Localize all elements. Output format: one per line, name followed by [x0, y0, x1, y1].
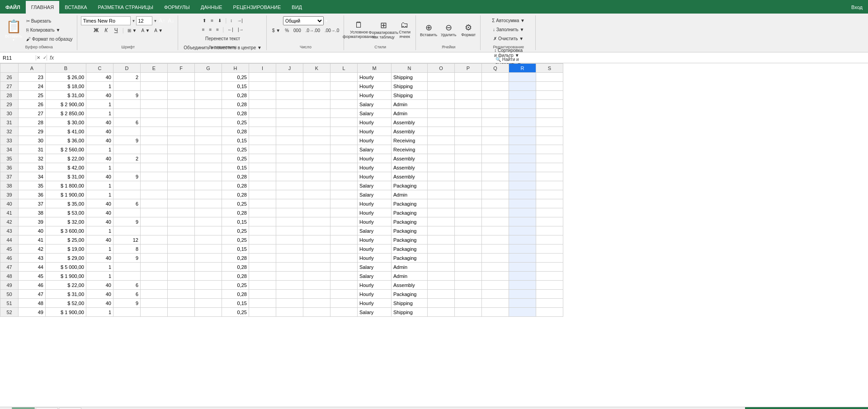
row-number[interactable]: 38	[0, 181, 19, 190]
cell-p27[interactable]	[455, 82, 482, 91]
cell-a38[interactable]: 35	[19, 181, 46, 190]
tab-home[interactable]: ГЛАВНАЯ	[26, 1, 59, 14]
conditional-formatting-button[interactable]: 🗒 Условноеформатирование	[348, 19, 370, 41]
cell-q27[interactable]	[482, 82, 509, 91]
cell-r37[interactable]	[509, 172, 536, 181]
cell-k26[interactable]	[303, 73, 330, 82]
cell-n50[interactable]: Packaging	[392, 290, 428, 299]
cell-f48[interactable]	[168, 272, 195, 281]
cell-h41[interactable]: 0,28	[222, 208, 249, 217]
cell-f42[interactable]	[168, 217, 195, 226]
cell-s34[interactable]	[536, 145, 563, 154]
cell-q48[interactable]	[482, 272, 509, 281]
col-header-h[interactable]: H	[222, 64, 249, 73]
cell-f51[interactable]	[168, 299, 195, 308]
cell-o37[interactable]	[428, 172, 455, 181]
cell-c46[interactable]: 40	[86, 254, 113, 263]
cell-q46[interactable]	[482, 254, 509, 263]
cell-a39[interactable]: 36	[19, 190, 46, 199]
tab-data[interactable]: ДАННЫЕ	[195, 1, 228, 14]
cell-n51[interactable]: Shipping	[392, 299, 428, 308]
cell-o40[interactable]	[428, 199, 455, 208]
cell-j42[interactable]	[276, 217, 303, 226]
cell-d35[interactable]: 2	[113, 154, 141, 163]
cell-a27[interactable]: 24	[19, 82, 46, 91]
cell-m29[interactable]: Salary	[358, 100, 392, 109]
cell-e36[interactable]	[141, 163, 168, 172]
cell-e28[interactable]	[141, 91, 168, 100]
cell-r46[interactable]	[509, 254, 536, 263]
cell-k37[interactable]	[303, 172, 330, 181]
cell-i31[interactable]	[249, 118, 276, 127]
cell-a48[interactable]: 45	[19, 272, 46, 281]
cell-s39[interactable]	[536, 190, 563, 199]
cell-m38[interactable]: Salary	[358, 181, 392, 190]
cell-e47[interactable]	[141, 263, 168, 272]
cell-g44[interactable]	[195, 235, 222, 244]
row-number[interactable]: 51	[0, 299, 19, 308]
align-center-button[interactable]: ≡	[208, 25, 214, 33]
cell-o41[interactable]	[428, 208, 455, 217]
cell-o36[interactable]	[428, 163, 455, 172]
cell-g30[interactable]	[195, 109, 222, 118]
row-number[interactable]: 35	[0, 154, 19, 163]
cell-s31[interactable]	[536, 118, 563, 127]
cell-f39[interactable]	[168, 190, 195, 199]
cell-h28[interactable]: 0,28	[222, 91, 249, 100]
cell-j47[interactable]	[276, 263, 303, 272]
cell-c49[interactable]: 40	[86, 281, 113, 290]
tab-insert[interactable]: ВСТАВКА	[59, 1, 92, 14]
cell-g34[interactable]	[195, 145, 222, 154]
cell-n46[interactable]: Packaging	[392, 254, 428, 263]
cell-l30[interactable]	[330, 109, 358, 118]
cell-b48[interactable]: $ 1 900,00	[46, 272, 86, 281]
cell-h48[interactable]: 0,28	[222, 272, 249, 281]
tab-view[interactable]: ВИД	[286, 1, 307, 14]
cell-s40[interactable]	[536, 199, 563, 208]
cell-f29[interactable]	[168, 100, 195, 109]
cell-q33[interactable]	[482, 136, 509, 145]
cell-k31[interactable]	[303, 118, 330, 127]
cell-l41[interactable]	[330, 208, 358, 217]
cell-q47[interactable]	[482, 263, 509, 272]
cell-k44[interactable]	[303, 235, 330, 244]
cell-h43[interactable]: 0,25	[222, 226, 249, 235]
cell-c37[interactable]: 40	[86, 172, 113, 181]
cell-b29[interactable]: $ 2 900,00	[46, 100, 86, 109]
cell-m36[interactable]: Hourly	[358, 163, 392, 172]
cell-g49[interactable]	[195, 281, 222, 290]
cell-f28[interactable]	[168, 91, 195, 100]
cell-o43[interactable]	[428, 226, 455, 235]
cell-p26[interactable]	[455, 73, 482, 82]
cell-d50[interactable]: 6	[113, 290, 141, 299]
cell-p37[interactable]	[455, 172, 482, 181]
cell-q45[interactable]	[482, 244, 509, 254]
cell-e41[interactable]	[141, 208, 168, 217]
cell-m50[interactable]: Hourly	[358, 290, 392, 299]
cell-b38[interactable]: $ 1 800,00	[46, 181, 86, 190]
cell-m34[interactable]: Salary	[358, 145, 392, 154]
cell-l38[interactable]	[330, 181, 358, 190]
cell-r43[interactable]	[509, 226, 536, 235]
cell-l31[interactable]	[330, 118, 358, 127]
cell-g36[interactable]	[195, 163, 222, 172]
cell-r30[interactable]	[509, 109, 536, 118]
cell-i50[interactable]	[249, 290, 276, 299]
cell-j41[interactable]	[276, 208, 303, 217]
cell-l34[interactable]	[330, 145, 358, 154]
cell-i28[interactable]	[249, 91, 276, 100]
cell-o39[interactable]	[428, 190, 455, 199]
cell-p36[interactable]	[455, 163, 482, 172]
cell-r38[interactable]	[509, 181, 536, 190]
cell-j34[interactable]	[276, 145, 303, 154]
cell-p42[interactable]	[455, 217, 482, 226]
cell-i29[interactable]	[249, 100, 276, 109]
cell-r41[interactable]	[509, 208, 536, 217]
cell-o47[interactable]	[428, 263, 455, 272]
font-dropdown-arrow[interactable]: ▼	[132, 19, 135, 23]
cell-h44[interactable]: 0,25	[222, 235, 249, 244]
cut-button[interactable]: ✂ Вырезать	[24, 17, 74, 25]
cell-b34[interactable]: $ 2 560,00	[46, 145, 86, 154]
cell-a35[interactable]: 32	[19, 154, 46, 163]
cell-f35[interactable]	[168, 154, 195, 163]
